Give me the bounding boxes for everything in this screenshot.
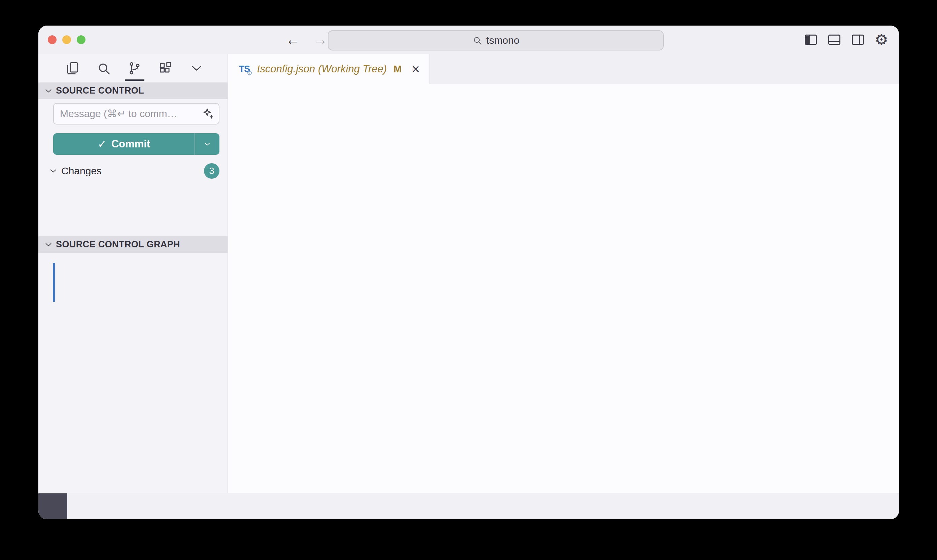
editor-toolbar xyxy=(889,54,899,84)
activity-bar xyxy=(38,54,228,82)
tab-modified-badge: M xyxy=(394,64,402,75)
search-value: tsmono xyxy=(486,35,519,46)
window-controls xyxy=(48,26,86,54)
generate-commit-message-button[interactable] xyxy=(203,108,215,120)
graph-title: SOURCE CONTROL GRAPH xyxy=(56,239,180,250)
activity-item-search[interactable] xyxy=(95,54,112,82)
status-right xyxy=(888,493,899,519)
toggle-primary-sidebar-button[interactable] xyxy=(803,32,818,47)
ts-file-icon: TS⚙ xyxy=(237,62,252,76)
history-nav: ←→ xyxy=(286,26,328,54)
chevron-down-icon xyxy=(44,86,53,95)
changes-count-badge: 3 xyxy=(204,163,220,179)
source-control-graph-header[interactable]: SOURCE CONTROL GRAPH xyxy=(38,236,228,253)
changes-label: Changes xyxy=(61,165,102,177)
toggle-secondary-sidebar-button[interactable] xyxy=(851,32,865,47)
search-icon xyxy=(96,61,111,76)
activity-item-more-views[interactable] xyxy=(188,54,205,82)
chevron-down-icon xyxy=(48,166,58,176)
commit-button[interactable]: ✓ Commit xyxy=(53,133,220,155)
editor-group: TS⚙ tsconfig.json (Working Tree) M × xyxy=(228,54,899,493)
titlebar-actions: ⚙ xyxy=(803,26,889,54)
chevron-down-icon xyxy=(44,240,53,249)
changes-header[interactable]: Changes 3 xyxy=(38,162,228,180)
commit-dropdown-button[interactable] xyxy=(195,133,220,155)
commit-message-wrap xyxy=(53,103,220,125)
commit-message-input[interactable] xyxy=(53,103,220,125)
title-bar: ←→ tsmono ⚙ xyxy=(38,26,899,54)
tab-title: tsconfig.json (Working Tree) xyxy=(257,63,387,75)
files-icon xyxy=(65,61,80,76)
settings-button[interactable]: ⚙ xyxy=(874,32,889,47)
forward-button[interactable]: → xyxy=(313,32,328,48)
tab-tsconfig-working-tree[interactable]: TS⚙ tsconfig.json (Working Tree) M × xyxy=(228,54,430,84)
toggle-panel-button[interactable] xyxy=(827,32,842,47)
source-control-header[interactable]: SOURCE CONTROL xyxy=(38,82,228,99)
minimize-window-button[interactable] xyxy=(62,35,71,44)
graph-line xyxy=(53,263,55,302)
chevron-down-icon xyxy=(189,61,204,76)
sidebar-spacer xyxy=(38,180,228,236)
breadcrumb xyxy=(228,84,899,100)
activity-item-source-control[interactable] xyxy=(126,54,143,82)
source-control-title: SOURCE CONTROL xyxy=(56,86,144,96)
extensions-icon xyxy=(158,61,173,76)
command-center-search[interactable]: tsmono xyxy=(328,30,664,51)
remote-indicator[interactable] xyxy=(38,493,67,519)
status-bar xyxy=(38,493,899,519)
close-window-button[interactable] xyxy=(48,35,57,44)
activity-item-explorer[interactable] xyxy=(65,54,81,82)
git-branch-icon xyxy=(127,61,142,76)
activity-item-extensions[interactable] xyxy=(157,54,174,82)
close-tab-button[interactable]: × xyxy=(412,62,420,77)
chevron-down-icon xyxy=(203,140,212,148)
vscode-window: ←→ tsmono ⚙ SOURCE CONTROL ✓ Commit xyxy=(38,26,899,519)
status-left xyxy=(67,493,76,519)
check-icon: ✓ xyxy=(98,138,107,151)
tab-bar: TS⚙ tsconfig.json (Working Tree) M × xyxy=(228,54,899,84)
search-icon xyxy=(472,35,482,45)
maximize-window-button[interactable] xyxy=(77,35,86,44)
code-editor[interactable] xyxy=(228,100,899,493)
commit-label: Commit xyxy=(111,138,150,150)
back-button[interactable]: ← xyxy=(286,32,300,48)
sidebar: SOURCE CONTROL ✓ Commit Changes 3 xyxy=(38,54,228,493)
